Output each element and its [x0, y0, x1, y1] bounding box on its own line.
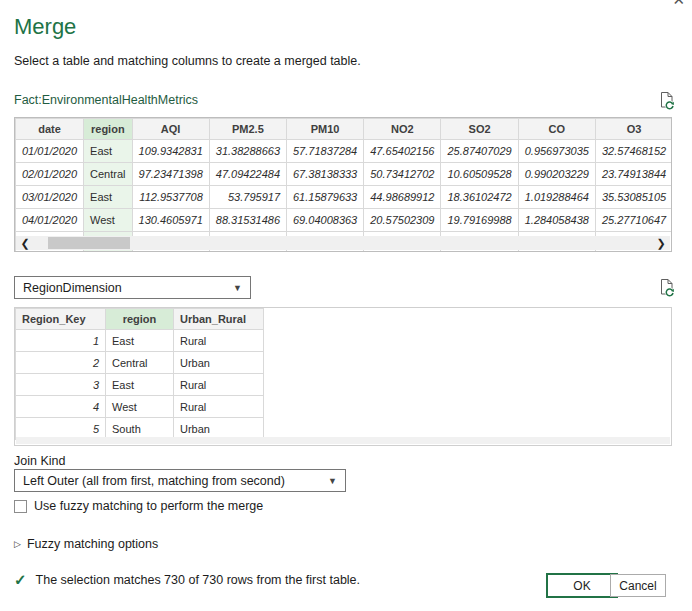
cell-co[interactable]: 0.990203229	[518, 163, 595, 186]
join-kind-label: Join Kind	[14, 454, 65, 468]
refresh-preview-icon[interactable]	[658, 278, 676, 298]
header-row: Region_Key region Urban_Rural	[16, 309, 264, 330]
cell-urban-rural[interactable]: Urban	[174, 352, 264, 374]
table-row: 2 Central Urban	[16, 352, 264, 374]
cell-pm10[interactable]: 69.04008363	[287, 209, 364, 232]
cell-no2[interactable]: 20.57502309	[364, 209, 441, 232]
cell-pm10[interactable]: 61.15879633	[287, 186, 364, 209]
ok-button[interactable]: OK	[546, 573, 618, 598]
expander-triangle-icon: ▷	[14, 539, 21, 549]
cell-o3[interactable]: 32.57468152	[595, 140, 672, 163]
column-header-aqi[interactable]: AQI	[132, 119, 209, 140]
hscrollbar[interactable]	[16, 437, 670, 444]
cell-no2[interactable]: 47.65402156	[364, 140, 441, 163]
cell-so2[interactable]: 25.87407029	[441, 140, 518, 163]
cell-pm10[interactable]: 67.38138333	[287, 163, 364, 186]
cell-pm25[interactable]: 53.795917	[209, 186, 286, 209]
cell-region[interactable]: East	[84, 140, 132, 163]
cell-date[interactable]: 03/01/2020	[16, 186, 84, 209]
fuzzy-matching-checkbox-row[interactable]: Use fuzzy matching to perform the merge	[14, 499, 263, 513]
merge-dialog: ✕ Merge Select a table and matching colu…	[0, 0, 692, 611]
cell-urban-rural[interactable]: Rural	[174, 374, 264, 396]
scroll-right-button[interactable]: ❯	[652, 236, 670, 250]
cell-so2[interactable]: 19.79169988	[441, 209, 518, 232]
column-header-region[interactable]: region	[106, 309, 174, 330]
cell-aqi[interactable]: 112.9537708	[132, 186, 209, 209]
cell-region-key[interactable]: 4	[16, 396, 106, 418]
cell-no2[interactable]: 44.98689912	[364, 186, 441, 209]
cell-region[interactable]: West	[84, 209, 132, 232]
cell-pm10[interactable]: 57.71837284	[287, 140, 364, 163]
column-header-co[interactable]: CO	[518, 119, 595, 140]
join-kind-value: Left Outer (all from first, matching fro…	[23, 474, 285, 488]
cell-region-key[interactable]: 3	[16, 374, 106, 396]
cell-aqi[interactable]: 109.9342831	[132, 140, 209, 163]
scrollbar-thumb[interactable]	[48, 237, 130, 249]
column-header-urban-rural[interactable]: Urban_Rural	[174, 309, 264, 330]
first-table: date region AQI PM2.5 PM10 NO2 SO2 CO O3…	[15, 118, 672, 252]
chevron-down-icon: ▼	[328, 476, 337, 486]
column-header-region[interactable]: region	[84, 119, 132, 140]
cell-o3[interactable]: 35.53085105	[595, 186, 672, 209]
check-icon: ✓	[14, 571, 27, 589]
cell-co[interactable]: 1.019288464	[518, 186, 595, 209]
scroll-left-icon: ❮	[20, 237, 29, 250]
cell-pm25[interactable]: 47.09422484	[209, 163, 286, 186]
cell-o3[interactable]: 23.74913844	[595, 163, 672, 186]
cell-co[interactable]: 0.956973035	[518, 140, 595, 163]
close-icon[interactable]: ✕	[672, 0, 685, 9]
cell-date[interactable]: 01/01/2020	[16, 140, 84, 163]
cell-so2[interactable]: 10.60509528	[441, 163, 518, 186]
chevron-down-icon: ▼	[233, 283, 242, 293]
cell-date[interactable]: 02/01/2020	[16, 163, 84, 186]
cell-co[interactable]: 1.284058438	[518, 209, 595, 232]
cell-region[interactable]: West	[106, 396, 174, 418]
cell-pm25[interactable]: 88.31531486	[209, 209, 286, 232]
hscrollbar[interactable]: ❮ ❯	[16, 236, 670, 250]
table-row: 1 East Rural	[16, 330, 264, 352]
cell-no2[interactable]: 50.73412702	[364, 163, 441, 186]
table-row: 03/01/2020 East 112.9537708 53.795917 61…	[16, 186, 673, 209]
first-table-name: Fact:EnvironmentalHealthMetrics	[14, 93, 198, 107]
cell-region[interactable]: Central	[106, 352, 174, 374]
cancel-button[interactable]: Cancel	[610, 574, 666, 597]
join-kind-dropdown[interactable]: Left Outer (all from first, matching fro…	[14, 469, 346, 492]
column-header-no2[interactable]: NO2	[364, 119, 441, 140]
second-table-selector[interactable]: RegionDimension ▼	[14, 276, 251, 299]
cell-region[interactable]: Central	[84, 163, 132, 186]
column-header-date[interactable]: date	[16, 119, 84, 140]
table-row: 04/01/2020 West 130.4605971 88.31531486 …	[16, 209, 673, 232]
table-row: 02/01/2020 Central 97.23471398 47.094224…	[16, 163, 673, 186]
cell-so2[interactable]: 18.36102472	[441, 186, 518, 209]
second-table-preview: Region_Key region Urban_Rural 1 East Rur…	[14, 307, 672, 446]
scroll-left-button[interactable]: ❮	[16, 236, 34, 250]
dialog-subtitle: Select a table and matching columns to c…	[14, 54, 361, 68]
table-row: 4 West Rural	[16, 396, 264, 418]
cell-aqi[interactable]: 97.23471398	[132, 163, 209, 186]
column-header-o3[interactable]: O3	[595, 119, 672, 140]
cell-region[interactable]: East	[106, 330, 174, 352]
table-row: 3 East Rural	[16, 374, 264, 396]
column-header-pm10[interactable]: PM10	[287, 119, 364, 140]
cell-region[interactable]: East	[106, 374, 174, 396]
cell-urban-rural[interactable]: Rural	[174, 330, 264, 352]
column-header-pm25[interactable]: PM2.5	[209, 119, 286, 140]
column-header-so2[interactable]: SO2	[441, 119, 518, 140]
cell-o3[interactable]: 25.27710647	[595, 209, 672, 232]
cell-pm25[interactable]: 31.38288663	[209, 140, 286, 163]
status-row: ✓ The selection matches 730 of 730 rows …	[14, 571, 360, 589]
fuzzy-matching-label: Use fuzzy matching to perform the merge	[34, 499, 263, 513]
fuzzy-options-label: Fuzzy matching options	[27, 537, 158, 551]
refresh-preview-icon[interactable]	[658, 91, 676, 111]
cell-region-key[interactable]: 1	[16, 330, 106, 352]
cell-date[interactable]: 04/01/2020	[16, 209, 84, 232]
column-header-region-key[interactable]: Region_Key	[16, 309, 106, 330]
cell-urban-rural[interactable]: Rural	[174, 396, 264, 418]
cell-aqi[interactable]: 130.4605971	[132, 209, 209, 232]
cell-region[interactable]: East	[84, 186, 132, 209]
scrollbar-track[interactable]	[34, 236, 652, 250]
cell-region-key[interactable]: 2	[16, 352, 106, 374]
fuzzy-options-expander[interactable]: ▷ Fuzzy matching options	[14, 537, 158, 551]
table-row: 01/01/2020 East 109.9342831 31.38288663 …	[16, 140, 673, 163]
fuzzy-matching-checkbox[interactable]	[14, 500, 27, 513]
